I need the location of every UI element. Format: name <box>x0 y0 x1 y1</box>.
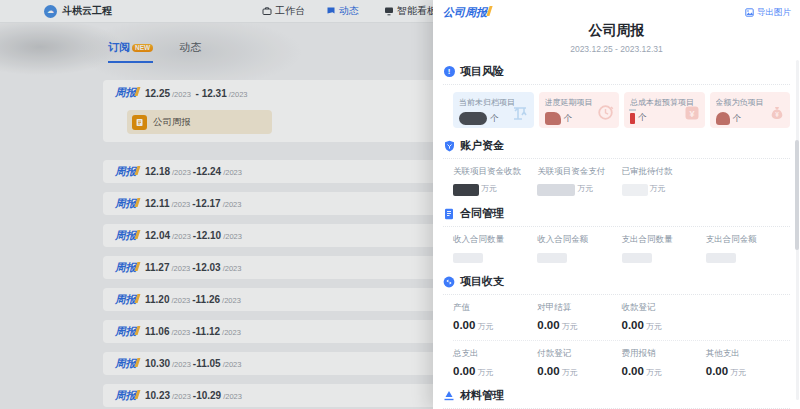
metric-funds-paid: 关联项目资金支付 万元 <box>537 166 621 196</box>
section-title: 项目收支 <box>460 274 504 289</box>
metric-label: 费用报销 <box>622 348 706 360</box>
company-weekly-report-drawer: 公司周报 导出图片 公司周报 2023.12.25 - 2023.12.31 !… <box>433 0 800 409</box>
metric-expense-contract-amount: 支出合同金额 <box>706 234 790 264</box>
unit-label: 万元 <box>730 367 746 378</box>
metric-value: 0.00 <box>453 365 475 377</box>
metric-value: 0.00 <box>622 319 644 331</box>
unit-label: 万元 <box>577 183 593 194</box>
unit-label: 个 <box>490 113 499 125</box>
risk-card-delayed: 进度延期项目 个 <box>539 92 620 128</box>
redacted-value-blob <box>622 253 652 263</box>
redacted-value-blob <box>537 184 575 196</box>
redacted-value-blob <box>706 253 736 263</box>
crane-icon <box>511 103 529 125</box>
yen-badge-icon: ¥ <box>684 105 700 125</box>
redacted-value-blob <box>716 112 730 125</box>
metric-output-value: 产值 0.00万元 <box>453 302 537 332</box>
metric-label: 关联项目资金收款 <box>453 166 537 178</box>
metric-label: 其他支出 <box>706 348 790 360</box>
section-project-risk: ! 项目风险 当前未归档项目 个 进度延期项目 个 <box>443 64 790 128</box>
clock-icon <box>597 104 614 125</box>
metric-label: 关联项目资金支付 <box>537 166 621 178</box>
metric-pending-payment: 已审批待付款 万元 <box>622 166 706 196</box>
alert-circle-icon: ! <box>443 66 455 78</box>
risk-card-unarchived: 当前未归档项目 个 <box>453 92 534 128</box>
metric-label: 总支出 <box>453 348 537 360</box>
unit-label: 万元 <box>481 183 497 194</box>
metric-expense-reimbursement: 费用报销 0.00万元 <box>622 348 706 378</box>
svg-text:¥: ¥ <box>689 109 694 119</box>
section-title: 账户资金 <box>460 138 504 153</box>
metric-expense-contract-count: 支出合同数量 <box>622 234 706 264</box>
section-title: 合同管理 <box>460 206 504 221</box>
export-image-button[interactable]: 导出图片 <box>745 7 791 19</box>
metric-value: 0.00 <box>537 319 559 331</box>
redacted-value-blob <box>630 113 635 124</box>
wallet-shield-icon <box>443 140 455 152</box>
metric-income-contract-count: 收入合同数量 <box>453 234 537 264</box>
metric-value: 0.00 <box>537 365 559 377</box>
metric-value: 0.00 <box>453 319 475 331</box>
unit-label: 万元 <box>562 367 578 378</box>
unit-label: 万元 <box>650 183 666 194</box>
metric-funds-received: 关联项目资金收款 万元 <box>453 166 537 196</box>
metric-value: 0.00 <box>622 365 644 377</box>
metric-label: 产值 <box>453 302 537 314</box>
divider <box>453 340 790 341</box>
drawer-mask[interactable] <box>0 0 433 409</box>
unit-label: 个 <box>733 113 742 125</box>
svg-text:¥: ¥ <box>775 111 779 118</box>
section-title: 项目风险 <box>460 64 504 79</box>
metric-label: 已审批待付款 <box>622 166 706 178</box>
redacted-value-blob <box>537 253 567 263</box>
redacted-value-blob <box>622 184 648 196</box>
metric-party-a-settlement: 对甲结算 0.00万元 <box>537 302 621 332</box>
contract-doc-icon <box>443 208 455 220</box>
metric-receipt-register: 收款登记 0.00万元 <box>622 302 706 332</box>
redacted-value-blob <box>453 184 479 196</box>
unit-label: 个 <box>638 112 647 124</box>
materials-icon <box>443 390 455 402</box>
divider <box>443 226 790 227</box>
metric-total-expense: 总支出 0.00万元 <box>453 348 537 378</box>
metric-label: 收入合同数量 <box>453 234 537 246</box>
drawer-logo: 公司周报 <box>443 5 487 20</box>
metric-label: 对甲结算 <box>537 302 621 314</box>
unit-label: 万元 <box>562 321 578 332</box>
metric-label: 支出合同数量 <box>622 234 706 246</box>
image-icon <box>745 8 754 17</box>
moneybag-icon: ¥ <box>769 105 785 125</box>
redacted-value-blob <box>459 112 487 125</box>
report-date-range: 2023.12.25 - 2023.12.31 <box>433 44 800 54</box>
section-contract-management: 合同管理 收入合同数量 收入合同金额 支出合同数量 支出合同金额 <box>443 206 790 264</box>
report-title: 公司周报 <box>433 22 800 40</box>
unit-label: 万元 <box>646 367 662 378</box>
metric-label: 收款登记 <box>622 302 706 314</box>
unit-label: 万元 <box>646 321 662 332</box>
metric-value: 0.00 <box>706 365 728 377</box>
metric-payment-register: 付款登记 0.00万元 <box>537 348 621 378</box>
export-image-label: 导出图片 <box>757 7 791 19</box>
metric-label: 支出合同金额 <box>706 234 790 246</box>
unit-label: 万元 <box>477 321 493 332</box>
risk-card-negative-amount: 金额为负项目 个 ¥ <box>710 92 791 128</box>
metric-income-contract-amount: 收入合同金额 <box>537 234 621 264</box>
sync-circle-icon <box>443 276 455 288</box>
unit-label: 万元 <box>477 367 493 378</box>
section-project-income-expense: 项目收支 产值 0.00万元 对甲结算 0.00万元 收款登记 0.00万元 <box>443 274 790 378</box>
section-title: 材料管理 <box>460 388 504 403</box>
metric-label: 付款登记 <box>537 348 621 360</box>
section-account-funds: 账户资金 关联项目资金收款 万元 关联项目资金支付 万元 已审批待付款 万元 <box>443 138 790 196</box>
section-materials-management: 材料管理 采购订单数量 0个 采购订单金额 0.00万元 入库单金额 0.00万… <box>443 388 790 409</box>
divider <box>443 84 790 85</box>
metric-label: 收入合同金额 <box>537 234 621 246</box>
redacted-value-blob <box>453 253 483 263</box>
drawer-scrollbar-thumb[interactable] <box>795 140 799 250</box>
redacted-value-blob <box>545 112 561 125</box>
unit-label: 个 <box>564 113 573 125</box>
metric-other-expense: 其他支出 0.00万元 <box>706 348 790 378</box>
risk-card-over-budget: 总成本超预算项目 个 ¥ <box>624 92 705 128</box>
divider <box>443 158 790 159</box>
divider <box>443 294 790 295</box>
